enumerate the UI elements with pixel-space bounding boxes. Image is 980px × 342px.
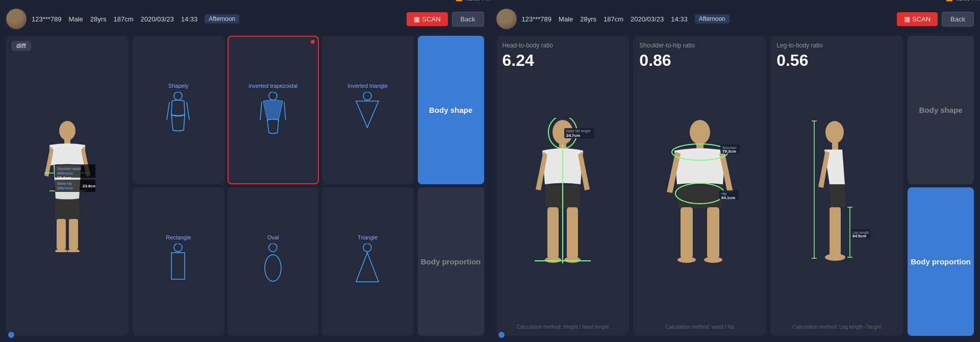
right-back-button[interactable]: Back <box>942 12 974 27</box>
right-wifi-time: 📶 02:35 PM <box>946 0 980 2</box>
svg-text:94.1cm: 94.1cm <box>721 196 735 200</box>
left-shape-triangle[interactable]: Triangle <box>322 187 414 336</box>
right-wifi-icon: 📶 <box>946 0 953 2</box>
svg-point-16 <box>174 92 182 100</box>
left-bottom-dot <box>8 332 14 338</box>
svg-rect-56 <box>830 207 841 256</box>
left-wifi-time: 📶 02:35 PM <box>456 0 490 2</box>
left-nav-body-proportion[interactable]: Body proportion <box>418 187 484 336</box>
right-nav-body-shape[interactable]: Body shape <box>908 36 974 184</box>
left-nav-body-shape-label: Body shape <box>429 106 472 114</box>
right-leg-body-calc: Calculation method: Leg length / height <box>776 322 897 330</box>
left-time: 02:35 PM <box>466 0 490 2</box>
left-hour: 14:33 <box>181 15 198 23</box>
svg-point-5 <box>67 249 80 252</box>
left-shape-shapely[interactable]: Shapely <box>133 36 224 184</box>
right-head-body-figure: head full height 24.7cm <box>502 72 623 322</box>
right-shoulder-hip-svg: Shoulder 79.3cm Hip 94.1cm <box>659 118 741 276</box>
left-shape-tri-icon <box>354 243 382 289</box>
left-shape-inverted-icon <box>259 92 287 138</box>
left-header: 123***789 Male 28yrs 187cm 2020/03/23 14… <box>6 6 484 32</box>
svg-text:79.3cm: 79.3cm <box>722 149 736 154</box>
left-date: 2020/03/23 <box>141 15 174 23</box>
svg-text:head full height: head full height <box>566 129 591 133</box>
left-avatar <box>6 9 27 29</box>
left-shape-oval[interactable]: Oval <box>228 187 319 336</box>
left-shape-inverted-trapezoidal[interactable]: inverted trapezoidal <box>228 36 319 184</box>
right-leg-body-label: Leg-to-body ratio <box>776 42 897 49</box>
left-shape-inverted-triangle[interactable]: Inverted triangle <box>322 36 414 184</box>
left-scan-button[interactable]: ▦ SCAN <box>407 12 447 26</box>
left-back-button[interactable]: Back <box>452 12 484 27</box>
right-nav-body-proportion[interactable]: Body proportion <box>908 187 974 336</box>
svg-text:84.5cm: 84.5cm <box>852 234 866 238</box>
right-head-body-label: Head-to-body ratio <box>502 42 623 49</box>
svg-point-27 <box>363 243 371 252</box>
svg-line-18 <box>187 102 189 120</box>
right-shoulder-hip-label: Shoulder-to-hip ratio <box>639 42 760 49</box>
svg-text:23.8cm: 23.8cm <box>83 184 95 188</box>
svg-rect-32 <box>567 207 578 258</box>
left-shape-inv-tri-icon <box>354 92 382 138</box>
right-head-body-card: Head-to-body ratio 6.24 <box>496 36 630 336</box>
right-avatar <box>496 9 517 29</box>
left-nav: Body shape Body proportion <box>418 36 484 336</box>
right-gender: Male <box>559 15 573 23</box>
left-body-figure-svg: Shoulder-waist difference: 18.4cm Waist-… <box>39 119 95 252</box>
right-hour: 14:33 <box>671 15 688 23</box>
svg-rect-42 <box>681 207 693 258</box>
left-active-indicator <box>311 40 315 44</box>
left-age: 28yrs <box>90 15 107 23</box>
right-head-body-calc: Calculation method: Height / head height <box>502 322 623 330</box>
right-shoulder-hip-calc: Calculation method: waist / hip <box>639 322 760 330</box>
right-shoulder-hip-figure: Shoulder 79.3cm Hip 94.1cm <box>639 72 760 322</box>
left-user-info: 123***789 Male 28yrs 187cm 2020/03/23 14… <box>32 14 239 23</box>
right-shoulder-hip-value: 0.86 <box>639 51 760 70</box>
left-shape-rectangle[interactable]: Rectangle <box>133 187 224 336</box>
right-scan-button[interactable]: ▦ SCAN <box>897 12 938 26</box>
right-nav-body-shape-label: Body shape <box>919 106 962 114</box>
right-leg-body-card: Leg-to-body ratio 0.56 <box>770 36 903 336</box>
svg-text:difference:: difference: <box>57 186 74 190</box>
left-header-right: ▦ SCAN Back <box>407 12 484 27</box>
svg-point-19 <box>269 92 277 100</box>
left-shape-oval-label: Oval <box>267 234 279 240</box>
right-leg-body-value: 0.56 <box>776 51 897 70</box>
right-nav: Body shape Body proportion <box>908 36 974 336</box>
left-gender: Male <box>69 15 83 23</box>
right-qr-icon: ▦ <box>904 15 910 23</box>
svg-rect-43 <box>707 207 719 258</box>
svg-point-54 <box>825 121 844 143</box>
right-time-of-day: Afternoon <box>695 14 730 23</box>
right-height: 187cm <box>604 15 623 23</box>
svg-point-4 <box>55 249 67 252</box>
left-panel: 📶 02:35 PM 123***789 Male 28yrs 187cm 20… <box>0 0 490 342</box>
left-nav-body-shape[interactable]: Body shape <box>418 36 484 184</box>
right-time: 02:35 PM <box>956 0 980 2</box>
svg-text:24.7cm: 24.7cm <box>566 133 580 138</box>
svg-text:difference:: difference: <box>57 172 74 175</box>
left-body-shape-content: diff <box>6 36 484 336</box>
svg-text:Waist-hip: Waist-hip <box>57 182 72 186</box>
left-diff-badge: diff <box>11 41 31 51</box>
svg-point-40 <box>690 120 710 144</box>
right-bottom-dot <box>498 332 505 338</box>
svg-text:18.4cm: 18.4cm <box>57 176 71 180</box>
left-shape-inverted-label: inverted trapezoidal <box>248 83 297 89</box>
svg-rect-24 <box>171 253 185 279</box>
svg-point-44 <box>677 257 696 263</box>
left-scan-label: SCAN <box>422 15 440 23</box>
left-shape-figure-panel: diff <box>6 36 129 336</box>
right-date: 2020/03/23 <box>631 15 664 23</box>
right-age: 28yrs <box>580 15 596 23</box>
left-shape-inv-tri-label: Inverted triangle <box>347 83 388 89</box>
svg-point-57 <box>825 254 845 261</box>
right-scan-label: SCAN <box>912 15 931 23</box>
svg-point-25 <box>269 243 277 252</box>
right-user-id: 123***789 <box>522 15 552 23</box>
right-head-body-svg: head full height 24.7cm <box>530 118 596 276</box>
left-shape-oval-icon <box>259 243 287 289</box>
svg-point-22 <box>363 92 371 100</box>
right-header-right: ▦ SCAN Back <box>897 12 974 27</box>
right-nav-body-proportion-label: Body proportion <box>911 257 970 266</box>
